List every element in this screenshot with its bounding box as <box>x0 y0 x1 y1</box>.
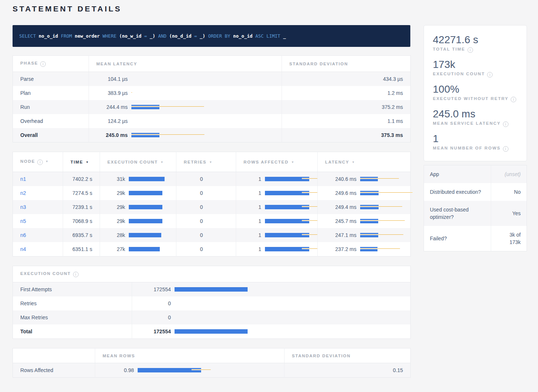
phase-table: PHASEi MEAN LATENCY STANDARD DEVIATION P… <box>13 55 411 142</box>
std-deviation-value: 0.15 <box>284 363 411 378</box>
mean-rows-column-header: MEAN ROWS <box>95 348 284 363</box>
info-icon[interactable]: i <box>487 72 493 78</box>
retries-column-header[interactable]: RETRIES▼ <box>176 152 236 172</box>
stat-label: EXECUTED WITHOUT RETRYi <box>433 96 519 102</box>
mean-latency-value: 383.9 µs <box>96 90 128 96</box>
blank-column-header <box>13 348 95 363</box>
sql-operator: = <box>194 33 197 39</box>
info-icon[interactable]: i <box>503 146 508 152</box>
table-row: First Attempts 172554 <box>13 282 411 297</box>
phase-label: Plan <box>13 86 89 100</box>
phase-label: Overhead <box>13 114 89 128</box>
latency-bar-chart <box>131 133 276 137</box>
exec-count-value: 0 <box>139 314 171 320</box>
stat-label: MEAN NUMBER OF ROWSi <box>433 146 519 152</box>
info-icon[interactable]: i <box>468 47 473 53</box>
rows-bar-chart <box>138 368 279 372</box>
execution-count-table: EXECUTION COUNTi First Attempts 172554 R… <box>13 266 411 339</box>
page-title: STATEMENT DETAILS <box>13 4 527 13</box>
table-row: n2 7274.5 s 29k 0 1 249.6 ms <box>13 186 411 200</box>
stat-value: 42271.6 s <box>433 34 519 46</box>
rows-affected-column-header[interactable]: ROWS AFFECTED▼ <box>236 152 318 172</box>
stat-value: 173k <box>433 58 519 71</box>
table-row: Plan 383.9 µs 1.2 ms <box>13 86 411 100</box>
table-row: n1 7402.2 s 31k 0 1 240.6 ms <box>13 172 411 186</box>
exec-count-label: Total <box>13 324 132 339</box>
mean-latency-value: 245.0 ms <box>96 132 128 138</box>
stat-label: TOTAL TIMEi <box>433 47 519 53</box>
retries-value: 0 <box>176 200 236 214</box>
statement-details-page: STATEMENT DETAILS SELECT no_o_id FROM ne… <box>0 0 538 389</box>
time-column-header[interactable]: TIME▼ <box>63 152 100 172</box>
retries-value: 0 <box>176 242 236 257</box>
failed-value: 3k of 173k <box>491 226 527 251</box>
rows-affected-value: 1 <box>244 232 261 238</box>
sql-keyword: SELECT <box>19 33 36 39</box>
node-link[interactable]: n2 <box>20 190 26 196</box>
phase-label: Parse <box>13 72 89 86</box>
summary-card: 42271.6 s TOTAL TIMEi 173k EXECUTION COU… <box>424 25 527 161</box>
execution-count-value: 29k <box>107 218 125 224</box>
node-column-header[interactable]: NODEi▼ <box>13 152 63 172</box>
time-value: 7274.5 s <box>63 186 100 200</box>
table-row-overall: Overall 245.0 ms 375.3 ms <box>13 128 411 142</box>
node-link[interactable]: n3 <box>20 204 26 210</box>
exec-count-label: Max Retries <box>13 310 132 324</box>
attribute-label: App <box>424 165 491 183</box>
node-link[interactable]: n6 <box>20 232 26 238</box>
table-row: Run 244.4 ms 375.2 ms <box>13 100 411 114</box>
rows-affected-value: 1 <box>244 246 261 252</box>
phase-label: Overall <box>13 128 89 142</box>
sql-keyword: FROM <box>61 33 72 39</box>
table-row: Parse 104.1 µs 434.3 µs <box>13 72 411 86</box>
table-row: Retries 0 <box>13 296 411 310</box>
sort-arrow-icon: ▼ <box>352 161 355 164</box>
attribute-label: Distributed execution? <box>424 183 491 201</box>
sort-arrow-icon: ▼ <box>209 161 212 164</box>
latency-bar-chart <box>360 191 405 195</box>
latency-bar-chart <box>131 77 276 81</box>
time-value: 7402.2 s <box>63 172 100 186</box>
execution-count-column-header[interactable]: EXECUTION COUNT▼ <box>100 152 176 172</box>
std-deviation-value: 1.2 ms <box>282 86 411 100</box>
execution-count-value: 31k <box>107 176 125 182</box>
info-icon[interactable]: i <box>503 121 508 127</box>
latency-value: 249.6 ms <box>325 190 356 196</box>
rows-bar-chart <box>265 205 312 209</box>
info-icon[interactable]: i <box>73 272 79 277</box>
info-icon[interactable]: i <box>37 159 43 165</box>
node-link[interactable]: n4 <box>20 246 26 252</box>
statement-attributes-table: App (unset) Distributed execution? No Us… <box>424 165 527 251</box>
latency-column-header[interactable]: LATENCY▼ <box>318 152 411 172</box>
count-bar-chart <box>175 329 405 334</box>
time-value: 7239.1 s <box>63 200 100 214</box>
distributed-execution-value: No <box>491 183 527 201</box>
exec-count-value: 172554 <box>139 329 171 334</box>
sort-arrow-icon: ▼ <box>45 160 48 163</box>
table-row: Rows Affected 0.98 0.15 <box>13 363 411 378</box>
node-link[interactable]: n5 <box>20 218 26 224</box>
stat-value: 245.0 ms <box>433 108 519 120</box>
retries-value: 0 <box>176 214 236 228</box>
attribute-label: Failed? <box>424 226 491 251</box>
table-row: Max Retries 0 <box>13 310 411 324</box>
latency-bar-chart <box>131 105 276 109</box>
rows-bar-chart <box>265 177 312 181</box>
time-value: 6935.7 s <box>63 228 100 242</box>
mean-latency-value: 124.2 µs <box>96 118 128 124</box>
phase-label: Run <box>13 100 89 114</box>
std-deviation-column-header: STANDARD DEVIATION <box>282 56 411 72</box>
table-row-total: Total 172554 <box>13 324 411 339</box>
latency-value: 249.4 ms <box>325 204 356 210</box>
sql-identifier: no_o_id <box>39 33 58 39</box>
table-row: n3 7239.1 s 29k 0 1 249.4 ms <box>13 200 411 214</box>
count-bar-chart <box>175 315 405 320</box>
info-icon[interactable]: i <box>40 61 46 67</box>
latency-bar-chart <box>360 205 405 209</box>
latency-bar-chart <box>360 219 405 223</box>
node-link[interactable]: n1 <box>20 176 26 182</box>
sort-arrow-icon: ▼ <box>161 161 163 164</box>
app-value: (unset) <box>491 165 527 183</box>
info-icon[interactable]: i <box>511 97 516 102</box>
sql-identifier: (no_d_id <box>169 33 192 39</box>
